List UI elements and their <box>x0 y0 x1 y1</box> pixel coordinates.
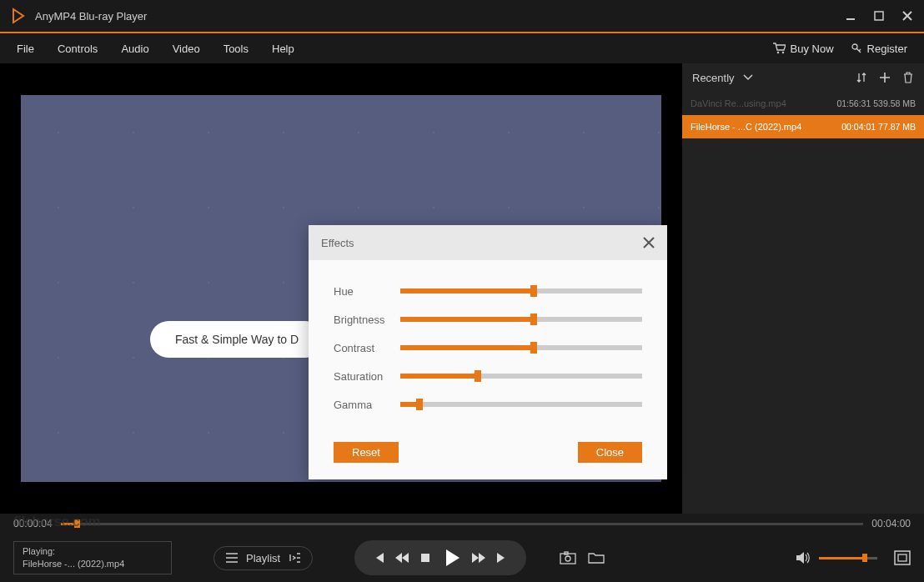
chevron-down-icon[interactable] <box>743 74 753 81</box>
register-label: Register <box>867 43 907 55</box>
svg-point-3 <box>781 52 783 53</box>
playlist-item-name: FileHorse - ...C (2022).mp4 <box>690 122 836 132</box>
playlist-panel: Recently DaVinci Re...using.mp4 01:56:31… <box>682 63 924 514</box>
app-logo-icon <box>10 8 27 24</box>
reset-button[interactable]: Reset <box>334 442 399 463</box>
effects-dialog: Effects Hue Brightness Contrast Saturati… <box>309 225 667 479</box>
effect-row-hue: Hue <box>334 277 642 305</box>
close-button[interactable] <box>901 9 914 23</box>
svg-rect-5 <box>421 554 429 562</box>
playlist-item-meta: 01:56:31 539.58 MB <box>836 98 916 108</box>
maximize-button[interactable] <box>872 9 886 23</box>
effect-slider-hue[interactable] <box>400 288 642 294</box>
playlist-item-meta: 00:04:01 77.87 MB <box>841 122 916 132</box>
svg-rect-6 <box>560 554 575 564</box>
effect-slider-gamma[interactable] <box>400 402 642 407</box>
svg-point-7 <box>565 556 570 561</box>
key-icon <box>851 43 862 54</box>
volume-slider[interactable] <box>819 557 877 559</box>
menu-audio[interactable]: Audio <box>121 43 148 55</box>
now-playing-file: FileHorse -... (2022).mp4 <box>23 558 163 570</box>
volume-control <box>796 551 877 564</box>
effects-header: Effects <box>309 225 667 260</box>
menu-tools[interactable]: Tools <box>223 43 249 55</box>
playlist-toggle-button[interactable]: Playlist <box>213 546 313 570</box>
folder-icon[interactable] <box>588 551 605 564</box>
play-button[interactable] <box>439 545 465 570</box>
cart-icon <box>772 43 786 54</box>
effect-row-contrast: Contrast <box>334 334 642 362</box>
effect-label: Brightness <box>334 314 400 326</box>
previous-button[interactable] <box>369 549 388 567</box>
now-playing-label: Playing: <box>23 545 163 558</box>
add-icon[interactable] <box>879 72 891 83</box>
time-total: 00:04:00 <box>871 518 911 529</box>
playlist-item[interactable]: DaVinci Re...using.mp4 01:56:31 539.58 M… <box>682 92 924 115</box>
rewind-button[interactable] <box>393 549 411 567</box>
close-button-effects[interactable]: Close <box>578 442 642 463</box>
title-bar: AnyMP4 Blu-ray Player <box>0 0 924 33</box>
control-bar: Playing: FileHorse -... (2022).mp4 Playl… <box>0 534 924 582</box>
effect-row-gamma: Gamma <box>334 390 642 419</box>
playlist-item[interactable]: FileHorse - ...C (2022).mp4 00:04:01 77.… <box>682 115 924 138</box>
fullscreen-button[interactable] <box>894 550 911 565</box>
effect-slider-saturation[interactable] <box>400 374 642 379</box>
sort-icon[interactable] <box>856 72 867 83</box>
app-title: AnyMP4 Blu-ray Player <box>35 10 844 23</box>
progress-bar: 00:00:04 00:04:00 <box>0 514 924 534</box>
effect-label: Saturation <box>334 370 400 383</box>
expand-icon <box>289 553 300 563</box>
effects-title: Effects <box>321 237 354 249</box>
trash-icon[interactable] <box>902 72 914 83</box>
now-playing: Playing: FileHorse -... (2022).mp4 <box>13 541 172 575</box>
menu-file[interactable]: File <box>17 43 34 55</box>
svg-rect-1 <box>875 12 883 20</box>
menu-video[interactable]: Video <box>173 43 200 55</box>
camera-icon[interactable] <box>560 551 576 564</box>
next-button[interactable] <box>493 549 511 567</box>
playback-controls <box>354 540 526 575</box>
speaker-icon[interactable] <box>796 551 811 564</box>
effect-slider-brightness[interactable] <box>400 317 642 322</box>
promo-text: Fast & Simple Way to D <box>150 321 324 358</box>
effect-slider-contrast[interactable] <box>400 345 642 350</box>
svg-rect-9 <box>895 551 910 564</box>
progress-track[interactable] <box>61 523 864 525</box>
list-icon <box>226 553 238 563</box>
playlist-item-name: DaVinci Re...using.mp4 <box>690 98 831 108</box>
register-button[interactable]: Register <box>851 43 907 55</box>
buy-now-button[interactable]: Buy Now <box>772 43 834 55</box>
effect-row-brightness: Brightness <box>334 305 642 334</box>
svg-rect-10 <box>898 554 906 561</box>
effect-label: Hue <box>334 285 400 298</box>
buy-now-label: Buy Now <box>791 43 834 55</box>
effect-row-saturation: Saturation <box>334 362 642 390</box>
menu-controls[interactable]: Controls <box>58 43 98 55</box>
video-area[interactable]: Fast & Simple Way to D Effects Hue Brigh… <box>0 63 682 514</box>
stop-button[interactable] <box>416 549 434 567</box>
effect-label: Gamma <box>334 399 400 411</box>
minimize-button[interactable] <box>844 9 857 23</box>
menu-bar: File Controls Audio Video Tools Help Buy… <box>0 33 924 63</box>
effect-label: Contrast <box>334 342 400 354</box>
menu-help[interactable]: Help <box>272 43 294 55</box>
fast-forward-button[interactable] <box>470 549 488 567</box>
effects-close-icon[interactable] <box>643 237 655 248</box>
playlist-dropdown[interactable]: Recently <box>692 72 735 84</box>
playlist-label: Playlist <box>246 552 280 564</box>
svg-point-2 <box>776 52 778 53</box>
time-current: 00:00:04 <box>13 518 53 529</box>
